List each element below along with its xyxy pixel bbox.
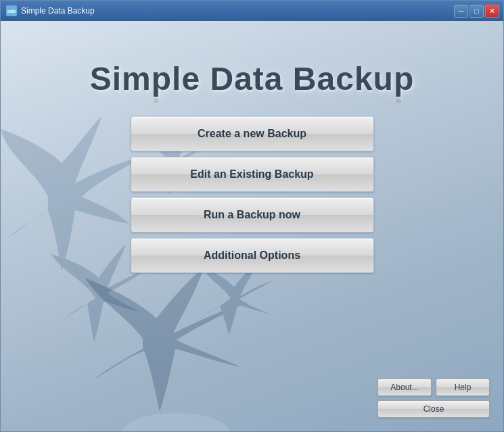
bottom-buttons-area: About... Help Close xyxy=(377,379,490,418)
svg-point-0 xyxy=(122,413,231,431)
app-icon: sdb xyxy=(6,5,17,16)
maximize-button[interactable]: □ xyxy=(469,5,484,18)
close-button[interactable]: Close xyxy=(377,400,490,418)
app-title-container: Simple Data Backup Simple Data Backup xyxy=(90,41,414,103)
window-title: Simple Data Backup xyxy=(21,6,95,16)
bg-birds-bottom xyxy=(21,258,332,431)
window-close-button[interactable]: ✕ xyxy=(485,5,499,18)
about-button[interactable]: About... xyxy=(377,379,432,396)
run-backup-button[interactable]: Run a Backup now xyxy=(131,197,374,233)
app-title-reflection: Simple Data Backup xyxy=(90,97,414,103)
about-help-row: About... Help xyxy=(377,379,490,396)
create-backup-button[interactable]: Create a new Backup xyxy=(131,116,374,151)
close-row: Close xyxy=(377,400,490,418)
window-frame: sdb Simple Data Backup ─ □ ✕ xyxy=(0,0,504,432)
additional-options-button[interactable]: Additional Options xyxy=(131,238,374,273)
app-title: Simple Data Backup xyxy=(90,62,414,97)
title-bar: sdb Simple Data Backup ─ □ ✕ xyxy=(1,1,503,21)
title-bar-controls: ─ □ ✕ xyxy=(454,5,499,18)
edit-backup-button[interactable]: Edit an Existing Backup xyxy=(131,157,374,192)
help-button[interactable]: Help xyxy=(436,379,490,396)
minimize-button[interactable]: ─ xyxy=(454,5,468,18)
buttons-area: Create a new Backup Edit an Existing Bac… xyxy=(131,116,374,273)
main-content: Simple Data Backup Simple Data Backup Cr… xyxy=(1,21,503,431)
title-bar-left: sdb Simple Data Backup xyxy=(6,5,95,16)
